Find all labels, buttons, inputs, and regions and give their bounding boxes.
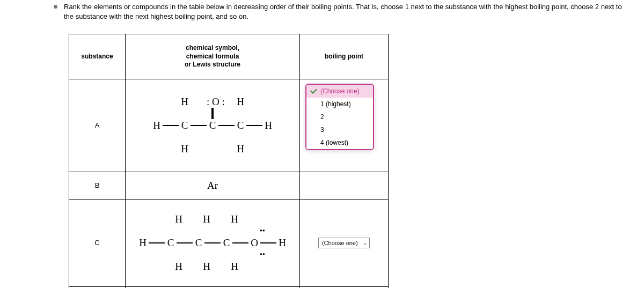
substance-label-B: B [69, 172, 126, 199]
rank-option[interactable]: 1 (highest) [306, 98, 373, 110]
rank-option[interactable]: 3 [306, 123, 373, 136]
bp-cell-B [300, 172, 389, 199]
table-row: C H H H [69, 199, 389, 286]
chevron-down-icon: ⌄ [363, 240, 367, 246]
header-boiling-point: boiling point [300, 34, 389, 79]
rank-option[interactable]: 4 (lowest) [306, 136, 373, 149]
rank-option[interactable]: (Choose one) [306, 85, 373, 98]
bp-cell-C: (Choose one) ⌄ [300, 199, 389, 286]
formula-A: H : O : H H [126, 79, 300, 172]
bullet-icon [54, 5, 57, 9]
substance-label-A: A [69, 79, 126, 172]
ranking-table: substance chemical symbol, chemical form… [69, 34, 389, 288]
table-row: B Ar [69, 172, 389, 199]
formula-B: Ar [126, 172, 300, 199]
rank-select-placeholder: (Choose one) [322, 240, 358, 246]
substance-label-C: C [69, 199, 126, 286]
rank-select-A[interactable]: (Choose one) 1 (highest) 2 3 4 (lowest) [305, 84, 374, 150]
rank-option[interactable]: 2 [306, 110, 373, 123]
formula-C: H H H •• H [126, 199, 300, 286]
header-substance: substance [69, 34, 126, 79]
bp-cell-A: (Choose one) 1 (highest) 2 3 4 (lowest) [300, 79, 389, 172]
header-formula: chemical symbol, chemical formula or Lew… [126, 34, 300, 79]
rank-select-C[interactable]: (Choose one) ⌄ [318, 238, 370, 248]
instructions-text: Rank the elements or compounds in the ta… [64, 2, 633, 21]
table-row: A H : O : H [69, 79, 389, 172]
